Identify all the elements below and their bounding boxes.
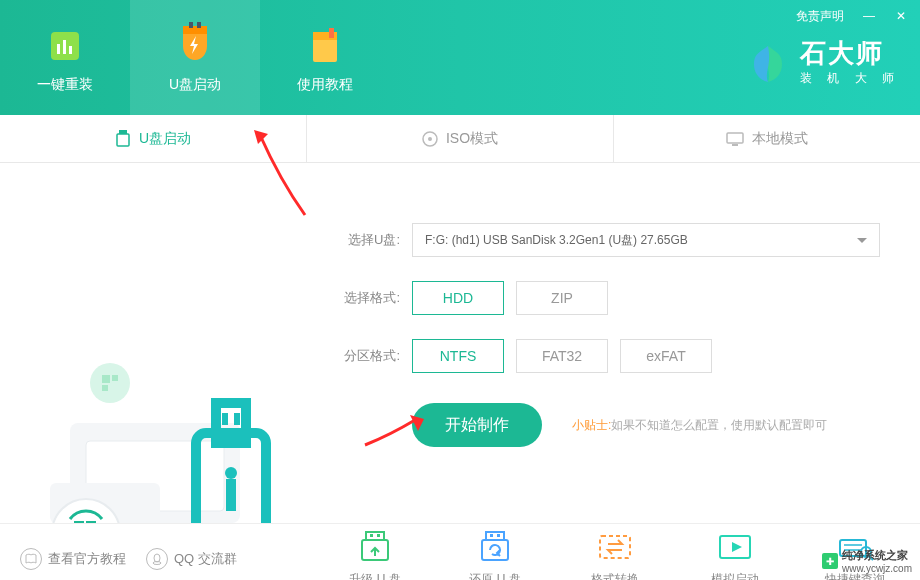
brand: 石大师 装 机 大 师	[746, 40, 900, 87]
usb-refresh-icon	[475, 529, 515, 565]
svg-rect-34	[497, 534, 500, 537]
svg-rect-29	[370, 534, 373, 537]
nav-tab-oneclick[interactable]: 一键重装	[0, 0, 130, 115]
svg-rect-1	[57, 44, 60, 54]
play-rect-icon	[715, 529, 755, 565]
tool-simulate-boot[interactable]: 模拟启动	[690, 529, 780, 580]
qq-icon	[146, 548, 168, 570]
svg-rect-33	[490, 534, 493, 537]
close-button[interactable]: ✕	[894, 9, 908, 23]
nav-tab-usb[interactable]: U盘启动	[130, 0, 260, 115]
tool-upgrade-usb[interactable]: 升级 U 盘	[330, 529, 420, 580]
partition-option-ntfs[interactable]: NTFS	[412, 339, 504, 373]
disc-icon	[422, 131, 438, 147]
svg-rect-22	[222, 413, 228, 425]
book-small-icon	[20, 548, 42, 570]
footer-link-label: QQ 交流群	[174, 550, 237, 568]
svg-rect-4	[189, 22, 193, 28]
svg-rect-35	[482, 540, 508, 560]
tip: 小贴士:如果不知道怎么配置，使用默认配置即可	[572, 417, 827, 434]
svg-line-42	[869, 556, 873, 560]
subtab-label: 本地模式	[752, 130, 808, 148]
nav-tab-label: 一键重装	[37, 76, 93, 94]
tip-label: 小贴士:	[572, 418, 611, 432]
nav-tab-label: U盘启动	[169, 76, 221, 94]
partition-option-fat32[interactable]: FAT32	[516, 339, 608, 373]
keyboard-search-icon	[835, 529, 875, 565]
format-label: 选择格式:	[320, 289, 400, 307]
usb-select[interactable]: F:G: (hd1) USB SanDisk 3.2Gen1 (U盘) 27.6…	[412, 223, 880, 257]
svg-rect-23	[234, 413, 240, 425]
svg-rect-10	[117, 134, 129, 146]
svg-rect-8	[329, 28, 334, 38]
format-option-zip[interactable]: ZIP	[516, 281, 608, 315]
svg-rect-5	[197, 22, 201, 28]
partition-label: 分区格式:	[320, 347, 400, 365]
monitor-icon	[726, 132, 744, 146]
svg-point-27	[153, 561, 161, 564]
partition-option-exfat[interactable]: exFAT	[620, 339, 712, 373]
subtab-usb[interactable]: U盘启动	[0, 115, 307, 162]
brand-title: 石大师	[800, 40, 900, 66]
svg-point-26	[154, 554, 160, 562]
svg-rect-36	[600, 536, 630, 558]
subtab-iso[interactable]: ISO模式	[307, 115, 614, 162]
footer-link-qq[interactable]: QQ 交流群	[146, 548, 237, 570]
bar-chart-icon	[45, 22, 85, 70]
nav-tab-label: 使用教程	[297, 76, 353, 94]
footer-link-tutorial[interactable]: 查看官方教程	[20, 548, 126, 570]
usb-icon	[115, 130, 131, 148]
subtab-label: U盘启动	[139, 130, 191, 148]
svg-point-12	[428, 137, 432, 141]
start-button[interactable]: 开始制作	[412, 403, 542, 447]
brand-logo-icon	[746, 42, 790, 86]
tool-label: 格式转换	[591, 571, 639, 580]
illustration	[0, 163, 310, 523]
svg-rect-14	[732, 144, 738, 146]
format-option-hdd[interactable]: HDD	[412, 281, 504, 315]
tool-format-convert[interactable]: 格式转换	[570, 529, 660, 580]
svg-rect-2	[63, 40, 66, 54]
tool-label: 快捷键查询	[825, 571, 885, 580]
svg-rect-28	[366, 532, 384, 540]
tip-text: 如果不知道怎么配置，使用默认配置即可	[611, 418, 827, 432]
tool-label: 还原 U 盘	[469, 571, 520, 580]
svg-rect-3	[69, 46, 72, 54]
shield-bolt-icon	[175, 22, 215, 70]
tool-label: 模拟启动	[711, 571, 759, 580]
subtab-local[interactable]: 本地模式	[614, 115, 920, 162]
svg-rect-30	[377, 534, 380, 537]
usb-select-label: 选择U盘:	[320, 231, 400, 249]
footer-link-label: 查看官方教程	[48, 550, 126, 568]
usb-up-icon	[355, 529, 395, 565]
nav-tab-tutorial[interactable]: 使用教程	[260, 0, 390, 115]
tool-hotkey-search[interactable]: 快捷键查询	[810, 529, 900, 580]
subtab-label: ISO模式	[446, 130, 498, 148]
svg-rect-32	[486, 532, 504, 540]
svg-rect-13	[727, 133, 743, 143]
usb-select-value: F:G: (hd1) USB SanDisk 3.2Gen1 (U盘) 27.6…	[425, 232, 688, 249]
svg-point-24	[225, 467, 237, 479]
brand-subtitle: 装 机 大 师	[800, 70, 900, 87]
minimize-button[interactable]: —	[862, 9, 876, 23]
disclaimer-link[interactable]: 免责声明	[796, 8, 844, 25]
tool-restore-usb[interactable]: 还原 U 盘	[450, 529, 540, 580]
book-icon	[305, 22, 345, 70]
tool-label: 升级 U 盘	[349, 571, 400, 580]
convert-icon	[595, 529, 635, 565]
